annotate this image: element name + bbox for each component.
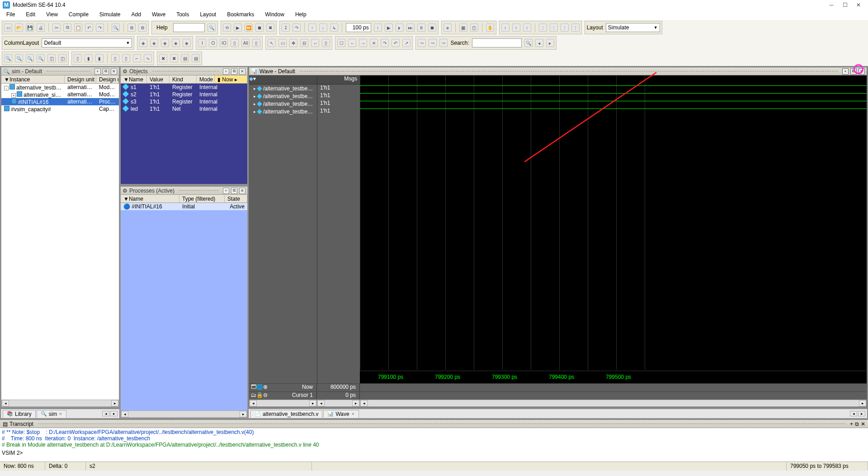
transcript-add-button[interactable]: + <box>850 421 853 427</box>
break2-icon[interactable]: ⏸ <box>417 24 425 32</box>
continue-icon[interactable]: ⏵ <box>396 24 404 32</box>
bookmark-prev-icon[interactable]: ← <box>348 39 356 47</box>
transcript-body[interactable]: # ** Note: $stop : D:/LearnWorkspace/FPG… <box>0 428 868 462</box>
format-event-icon[interactable]: ▯ <box>111 54 119 62</box>
tab-testbench-file[interactable]: 📄 alternative_testbench.v <box>250 410 322 418</box>
add-wave-icon[interactable]: ◈ <box>139 39 147 47</box>
objects-add-button[interactable]: + <box>223 68 229 75</box>
run-length-step-icon[interactable]: ↕ <box>374 24 382 32</box>
wave-canvas[interactable]: 799100 ps799200 ps799300 ps799400 ps7995… <box>360 75 867 383</box>
menu-edit[interactable]: Edit <box>21 10 40 20</box>
zoom-other-icon[interactable]: ◫ <box>58 54 66 62</box>
menu-layout[interactable]: Layout <box>195 10 221 20</box>
pan-icon[interactable]: ✥ <box>289 39 297 47</box>
transcript-close-button[interactable]: ✕ <box>861 421 865 427</box>
wave-signal-names[interactable]: ◆▾ ▸/alternative_testbe…▸/alternative_te… <box>249 75 317 383</box>
objects-row[interactable]: s21'h1RegisterInternal <box>121 91 247 98</box>
hand-icon[interactable]: ✋ <box>486 24 494 32</box>
objects-undock-button[interactable]: ⧉ <box>231 68 237 75</box>
menu-view[interactable]: View <box>42 10 62 20</box>
wave-add-button[interactable]: + <box>842 68 849 75</box>
next-icon[interactable]: ↳ <box>330 24 338 32</box>
wave-names-hscroll[interactable]: ◂▸ <box>249 400 317 407</box>
help-search-input[interactable] <box>173 23 205 32</box>
run-length-input[interactable] <box>346 23 371 32</box>
edit-stretch-icon[interactable]: ↔ <box>311 39 319 47</box>
wave-signal-row[interactable]: ▸/alternative_testbe… <box>249 100 317 108</box>
stop2-icon[interactable]: ⏹ <box>428 24 436 32</box>
run-all2-icon[interactable]: ⏭ <box>406 24 415 32</box>
zoom-range-icon[interactable]: ◫ <box>47 54 56 62</box>
maximize-button[interactable]: ☐ <box>838 0 852 10</box>
radix-all2-icon[interactable]: All <box>241 39 250 47</box>
layout-combo[interactable]: Simulate▼ <box>606 23 660 32</box>
add-log-icon[interactable]: ◈ <box>161 39 169 47</box>
wave-tab-right-icon[interactable]: ▸ <box>858 411 865 416</box>
cursor-add-icon[interactable]: ↕ <box>523 24 531 32</box>
cut-icon[interactable]: ✂ <box>52 24 61 32</box>
print-icon[interactable]: 🖨 <box>37 24 45 32</box>
wave-signal-row[interactable]: ▸/alternative_testbe… <box>249 108 317 115</box>
tab-library[interactable]: 📚 Library <box>3 410 36 418</box>
add-list-icon[interactable]: ◈ <box>150 39 158 47</box>
add-dataflow-icon[interactable]: ◈ <box>183 39 191 47</box>
radix-o-icon[interactable]: O <box>209 39 217 47</box>
sim-panel-undock-button[interactable]: ⧉ <box>103 68 109 75</box>
sim-tab-left-icon[interactable]: ◂ <box>102 411 109 416</box>
sim-row[interactable]: #vsim_capacity#Capacity <box>1 105 119 113</box>
bookmark-del-icon[interactable]: ✕ <box>370 39 378 47</box>
radix-i-icon[interactable]: I <box>198 39 206 47</box>
paste-icon[interactable]: 📋 <box>74 24 82 32</box>
zoom-mode-icon[interactable]: ▭ <box>278 39 287 47</box>
processes-add-button[interactable]: + <box>223 188 229 194</box>
menu-tools[interactable]: Tools <box>172 10 193 20</box>
zoom-full-icon[interactable]: 🔍 <box>26 54 34 62</box>
edit-signal-icon[interactable]: ▯ <box>322 39 330 47</box>
step-over-icon[interactable]: ↷ <box>292 24 301 32</box>
edit-cut-icon[interactable]: ⊟ <box>300 39 308 47</box>
menu-bookmarks[interactable]: Bookmarks <box>222 10 259 20</box>
radix-all-icon[interactable]: ▯ <box>231 39 239 47</box>
search-input[interactable] <box>472 38 522 47</box>
search-prev-icon[interactable]: ◂ <box>535 39 543 47</box>
bookmark-add-icon[interactable]: ☐ <box>337 39 345 47</box>
bookmark-nav3-icon[interactable]: ↗ <box>402 39 410 47</box>
collapse-all-icon[interactable]: ▤ <box>192 54 200 62</box>
menu-window[interactable]: Window <box>260 10 289 20</box>
radix-io-icon[interactable]: IO <box>220 39 228 47</box>
up-icon[interactable]: ↑ <box>308 24 316 32</box>
copy-icon[interactable]: ⧉ <box>63 24 71 32</box>
objects-row[interactable]: s31'h1RegisterInternal <box>121 98 247 105</box>
compile-all-icon[interactable]: ⚙ <box>138 24 146 32</box>
save-icon[interactable]: 💾 <box>26 24 34 32</box>
grid3-icon[interactable]: ⋮ <box>561 24 569 32</box>
tab-wave[interactable]: 📊 Wave ✕ <box>323 410 359 418</box>
stop-icon[interactable]: ✖ <box>266 24 274 32</box>
select-icon[interactable]: ↖ <box>268 39 276 47</box>
expand-icon[interactable]: ✖ <box>159 54 167 62</box>
menu-file[interactable]: File <box>2 10 19 20</box>
format-logic-icon[interactable]: ▯ <box>74 54 82 62</box>
format-color-icon[interactable]: ▯ <box>122 54 130 62</box>
sim-panel-add-button[interactable]: + <box>94 68 101 75</box>
collapse-icon[interactable]: ✖ <box>170 54 178 62</box>
undo-icon[interactable]: ↶ <box>85 24 93 32</box>
search-go-icon[interactable]: 🔍 <box>524 39 533 47</box>
format-analog-icon[interactable]: ▮ <box>85 54 93 62</box>
open-icon[interactable]: 📂 <box>15 24 23 32</box>
zoom-out-icon[interactable]: 🔍 <box>15 54 23 62</box>
new-icon[interactable]: ▭ <box>4 24 12 32</box>
zoom-cursor-icon[interactable]: 🔍 <box>37 54 45 62</box>
menu-simulate[interactable]: Simulate <box>95 10 125 20</box>
dataflow-icon[interactable]: ◫ <box>470 24 478 32</box>
sim-tab-right-icon[interactable]: ▸ <box>110 411 118 416</box>
search-next-icon[interactable]: ▸ <box>546 39 554 47</box>
wave-signal-row[interactable]: ▸/alternative_testbe… <box>249 85 317 92</box>
objects-close-button[interactable]: ✕ <box>239 68 245 75</box>
sim-panel-close-button[interactable]: ✕ <box>111 68 117 75</box>
wave-signal-row[interactable]: ▸/alternative_testbe… <box>249 92 317 100</box>
run-icon[interactable]: ▶ <box>234 24 242 32</box>
format-interp-icon[interactable]: ∿ <box>144 54 152 62</box>
objects-list[interactable]: s11'h1RegisterInternals21'h1RegisterInte… <box>121 84 247 184</box>
bookmark-next-icon[interactable]: → <box>359 39 367 47</box>
